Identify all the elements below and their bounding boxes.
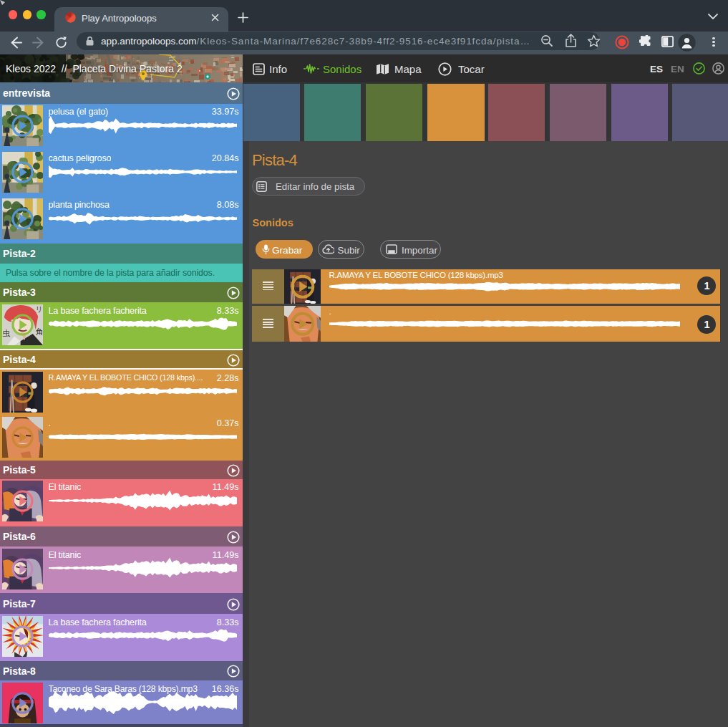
svg-text:リ: リ xyxy=(36,305,43,313)
svg-text:角: 角 xyxy=(36,327,43,335)
svg-text:虫: 虫 xyxy=(3,329,11,337)
